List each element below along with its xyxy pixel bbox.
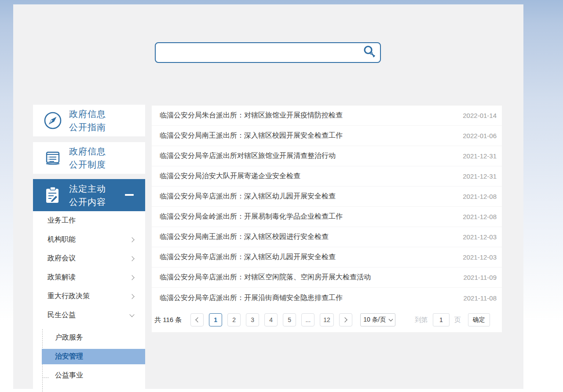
page-size-select[interactable]: 10 条/页 xyxy=(360,313,395,326)
article-date: 2021-11-09 xyxy=(463,274,497,281)
page-button-12[interactable]: 12 xyxy=(320,313,334,326)
article-date: 2021-12-03 xyxy=(463,233,497,241)
menu-item-business-work[interactable]: 业务工作 xyxy=(33,211,145,230)
sidebar-card-guide[interactable]: 政府信息 公开指南 xyxy=(33,105,145,136)
menu-item-label: 政府会议 xyxy=(48,254,76,263)
livelihood-submenu: 户政服务 治安管理 公益事业 xyxy=(33,328,145,385)
page-button-1[interactable]: 1 xyxy=(209,313,222,326)
page-button-3[interactable]: 3 xyxy=(246,313,259,326)
sidebar-card-system[interactable]: 政府信息 公开制度 xyxy=(33,142,145,174)
chevron-right-icon xyxy=(129,275,134,280)
confirm-button[interactable]: 确定 xyxy=(468,313,490,326)
article-title: 临淄公安分局金岭派出所：开展易制毒化学品企业检查工作 xyxy=(160,212,343,221)
prev-page-button[interactable] xyxy=(190,313,204,326)
menu-item-policy-interpretation[interactable]: 政策解读 xyxy=(33,268,145,287)
minus-icon[interactable] xyxy=(125,194,134,196)
article-date: 2021-12-08 xyxy=(463,193,497,200)
menu-item-organization[interactable]: 机构职能 xyxy=(33,230,145,249)
chevron-down-icon xyxy=(388,317,393,322)
article-date: 2021-12-08 xyxy=(463,213,497,220)
list-item[interactable]: 临淄公安分局辛店派出所：深入辖区幼儿园开展安全检查 2021-12-08 xyxy=(152,187,502,207)
article-title: 临淄公安分局南王派出所：深入辖区校园开展安全检查工作 xyxy=(160,131,343,140)
submenu-item-public-security[interactable]: 治安管理 xyxy=(42,349,145,364)
article-title: 临淄公安分局朱台派出所：对辖区旅馆业开展疫情防控检查 xyxy=(160,111,343,120)
chevron-down-icon xyxy=(129,312,134,317)
submenu-item-household-services[interactable]: 户政服务 xyxy=(33,328,145,347)
notebook-icon xyxy=(43,148,63,168)
list-item[interactable]: 临淄公安分局金岭派出所：开展易制毒化学品企业检查工作 2021-12-08 xyxy=(152,207,502,227)
article-date: 2021-12-03 xyxy=(463,253,497,261)
pagination-bar: 共 116 条 1 2 3 4 5 ... 12 10 条/页 到第 页 确定 xyxy=(152,310,502,330)
total-count: 共 116 条 xyxy=(154,316,182,324)
list-item[interactable]: 临淄公安分局治安大队开展寄递企业安全检查 2021-12-31 xyxy=(152,166,502,187)
page-size-label: 10 条/页 xyxy=(363,316,386,324)
page-button-2[interactable]: 2 xyxy=(227,313,241,326)
article-date: 2021-12-31 xyxy=(463,152,497,160)
list-item[interactable]: 临淄公安分局南王派出所：深入辖区校园开展安全检查工作 2022-01-06 xyxy=(152,126,502,146)
article-list: 临淄公安分局朱台派出所：对辖区旅馆业开展疫情防控检查 2022-01-14 临淄… xyxy=(152,106,502,332)
menu-item-label: 重大行政决策 xyxy=(48,292,90,301)
search-input[interactable] xyxy=(156,43,361,62)
article-date: 2022-01-14 xyxy=(463,112,497,119)
search-box xyxy=(155,42,381,63)
menu-item-label: 机构职能 xyxy=(48,235,76,244)
submenu-item-public-welfare[interactable]: 公益事业 xyxy=(33,366,145,385)
article-date: 2021-12-31 xyxy=(463,172,497,180)
submenu-item-label: 公益事业 xyxy=(55,371,83,380)
article-date: 2022-01-06 xyxy=(463,132,497,139)
page-button-4[interactable]: 4 xyxy=(264,313,278,326)
article-title: 临淄公安分局治安大队开展寄递企业安全检查 xyxy=(160,172,300,181)
list-item[interactable]: 临淄公安分局辛店派出所对辖区旅馆业开展清查整治行动 2021-12-31 xyxy=(152,146,502,166)
chevron-left-icon xyxy=(195,317,200,322)
next-page-button[interactable] xyxy=(339,313,352,326)
article-title: 临淄公安分局辛店派出所：深入辖区幼儿园开展安全检查 xyxy=(160,253,336,262)
chevron-right-icon xyxy=(129,237,134,242)
chevron-right-icon xyxy=(343,317,347,322)
article-title: 临淄公安分局南王派出所：深入辖区校园进行安全检查 xyxy=(160,232,329,242)
search-icon xyxy=(362,45,377,60)
list-item[interactable]: 临淄公安分局朱台派出所：对辖区旅馆业开展疫情防控检查 2022-01-14 xyxy=(152,106,502,126)
article-title: 临淄公安分局辛店派出所：对辖区空闲院落、空闲房开展大检查活动 xyxy=(160,273,371,282)
goto-page-input[interactable] xyxy=(433,313,450,326)
search-button[interactable] xyxy=(361,44,378,62)
page-ellipsis-button[interactable]: ... xyxy=(301,313,314,326)
article-title: 临淄公安分局辛店派出所：开展沿街商铺安全隐患排查工作 xyxy=(160,293,343,303)
sidebar-card-label: 法定主动 公开内容 xyxy=(69,182,106,209)
list-item[interactable]: 临淄公安分局南王派出所：深入辖区校园进行安全检查 2021-12-03 xyxy=(152,227,502,247)
sidebar-menu: 业务工作 机构职能 政府会议 政策解读 重大行政决策 民生公益 户政服务 治安管… xyxy=(33,211,145,389)
menu-item-label: 业务工作 xyxy=(48,216,76,225)
menu-item-label: 民生公益 xyxy=(48,311,76,320)
list-item[interactable]: 临淄公安分局辛店派出所：开展沿街商铺安全隐患排查工作 2021-11-08 xyxy=(152,288,502,308)
submenu-item-label: 户政服务 xyxy=(55,333,83,342)
list-item[interactable]: 临淄公安分局辛店派出所：对辖区空闲院落、空闲房开展大检查活动 2021-11-0… xyxy=(152,267,502,288)
chevron-right-icon xyxy=(129,294,134,299)
menu-item-label: 政策解读 xyxy=(48,273,76,282)
menu-item-major-decisions[interactable]: 重大行政决策 xyxy=(33,287,145,306)
page-button-5[interactable]: 5 xyxy=(283,313,296,326)
sidebar-card-label: 政府信息 公开指南 xyxy=(69,107,106,134)
chevron-right-icon xyxy=(129,256,134,261)
goto-suffix-label: 页 xyxy=(454,316,461,324)
article-title: 临淄公安分局辛店派出所：深入辖区幼儿园开展安全检查 xyxy=(160,192,336,201)
article-date: 2021-11-08 xyxy=(463,294,497,302)
clipboard-pencil-icon xyxy=(43,185,63,205)
submenu-item-label: 治安管理 xyxy=(55,352,83,361)
article-title: 临淄公安分局辛店派出所对辖区旅馆业开展清查整治行动 xyxy=(160,151,336,161)
compass-icon xyxy=(43,110,63,131)
sidebar-card-legal-disclosure[interactable]: 法定主动 公开内容 xyxy=(33,179,145,211)
menu-item-government-meetings[interactable]: 政府会议 xyxy=(33,249,145,268)
menu-item-livelihood-welfare[interactable]: 民生公益 xyxy=(33,306,145,325)
sidebar-card-label: 政府信息 公开制度 xyxy=(69,145,106,171)
goto-prefix-label: 到第 xyxy=(415,316,428,324)
list-item[interactable]: 临淄公安分局辛店派出所：深入辖区幼儿园开展安全检查 2021-12-03 xyxy=(152,247,502,267)
